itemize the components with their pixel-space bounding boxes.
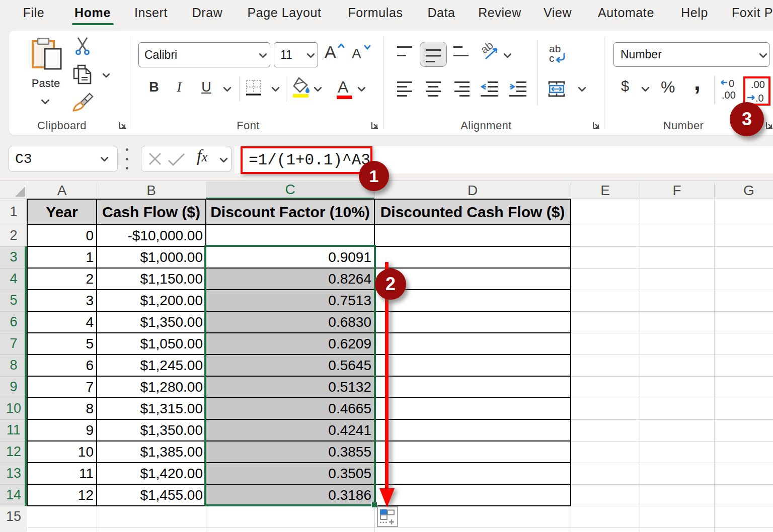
svg-text:A: A [338,78,349,96]
svg-text:A: A [325,42,336,60]
svg-text:A: A [352,46,361,60]
svg-text:c: c [549,52,555,63]
svg-text:.00: .00 [722,90,736,101]
svg-text:0: 0 [729,78,734,89]
